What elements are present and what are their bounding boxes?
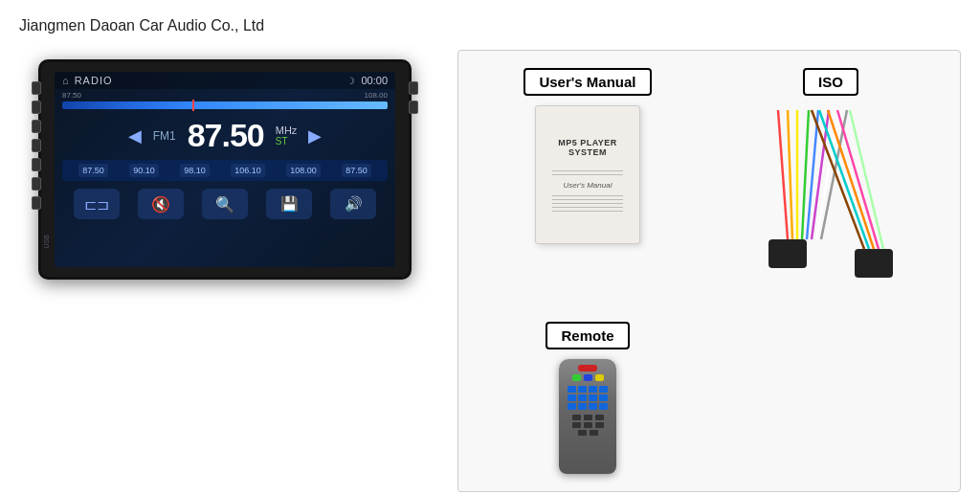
remote-dark-8[interactable] (590, 430, 598, 436)
freq-needle (192, 100, 194, 111)
remote-grid-8[interactable] (599, 394, 608, 401)
freq-bar (62, 101, 388, 109)
side-btn-1[interactable] (32, 81, 41, 95)
remote-grid-5[interactable] (568, 394, 576, 401)
stereo-unit: ⌂ RADIO ☽ 00:00 87.50 108.00 (38, 59, 412, 280)
remote-grid-1[interactable] (568, 386, 576, 393)
screen-top-bar: ⌂ RADIO ☽ 00:00 (55, 72, 395, 89)
fm-label: FM1 (153, 129, 176, 143)
screen-top-left: ⌂ RADIO (62, 75, 113, 86)
manual-line-5 (552, 203, 623, 204)
remote-control (559, 359, 616, 474)
moon-icon: ☽ (346, 76, 355, 86)
remote-dark-5[interactable] (584, 422, 592, 428)
remote-dark-6[interactable] (595, 422, 604, 428)
side-btn-2[interactable] (32, 101, 41, 114)
preset-6[interactable]: 87.50 (342, 164, 371, 177)
preset-5[interactable]: 108.00 (286, 164, 321, 177)
side-btn-4[interactable] (32, 139, 41, 152)
next-station-button[interactable]: ▶ (308, 125, 322, 146)
freq-high: 108.00 (365, 91, 388, 100)
main-content: ⌂ RADIO ☽ 00:00 87.50 108.00 (19, 50, 961, 492)
manual-line-2 (552, 174, 623, 175)
audio-button[interactable]: 🔊 (330, 189, 376, 219)
prev-station-button[interactable]: ◀ (128, 125, 142, 146)
remote-row-3 (578, 430, 598, 436)
preset-1[interactable]: 87.50 (78, 164, 108, 177)
iso-label-box: ISO (803, 68, 858, 96)
remote-label-box: Remote (546, 322, 629, 349)
side-buttons-left (32, 81, 41, 210)
remote-dark-1[interactable] (572, 415, 581, 420)
remote-grid-7[interactable] (589, 394, 597, 401)
remote-row-2 (572, 422, 604, 428)
search-icon: 🔍 (215, 195, 234, 214)
side-btn-7[interactable] (32, 196, 41, 210)
side-btn-5[interactable] (32, 158, 41, 171)
remote-dark-2[interactable] (584, 415, 592, 420)
manual-book-subtitle: User's Manual (564, 181, 612, 190)
preset-4[interactable]: 106.10 (231, 164, 265, 177)
remote-grid-2[interactable] (578, 386, 587, 393)
cast-icon: ⊏⊐ (84, 195, 109, 214)
usb-label: USB (43, 235, 50, 248)
side-btn-r1[interactable] (409, 81, 418, 95)
manual-line-7 (552, 211, 623, 212)
svg-line-0 (778, 110, 788, 239)
home-icon: ⌂ (62, 75, 69, 86)
preset-bar: 87.50 90.10 98.10 106.10 108.00 87.50 (62, 160, 388, 181)
remote-btn-blue[interactable] (584, 374, 592, 381)
mhz-label: MHz (276, 124, 298, 136)
remote-power-button[interactable] (578, 365, 597, 371)
connector-block-1 (768, 239, 807, 268)
side-btn-3[interactable] (32, 120, 41, 133)
manual-section: User's Manual MP5 PLAYER SYSTEM User's M… (474, 68, 702, 297)
remote-dark-7[interactable] (578, 430, 587, 436)
empty-quadrant (717, 312, 945, 474)
preset-2[interactable]: 90.10 (129, 164, 159, 177)
manual-book-title: MP5 PLAYER SYSTEM (544, 138, 632, 157)
remote-grid-4[interactable] (599, 386, 608, 393)
side-btn-r2[interactable] (409, 101, 418, 114)
remote-dark-3[interactable] (595, 415, 604, 420)
remote-btn-green[interactable] (572, 374, 581, 381)
radio-label: RADIO (75, 75, 113, 86)
time-display: 00:00 (361, 75, 388, 86)
remote-btn-yellow[interactable] (595, 374, 604, 381)
remote-grid-3[interactable] (589, 386, 597, 393)
manual-line-1 (552, 170, 623, 171)
accessories-grid: User's Manual MP5 PLAYER SYSTEM User's M… (474, 68, 945, 474)
search-button[interactable]: 🔍 (202, 189, 248, 219)
manual-line-6 (552, 207, 623, 208)
fm-frequency: 87.50 (188, 117, 264, 154)
screen-top-right: ☽ 00:00 (346, 75, 388, 86)
svg-line-1 (788, 110, 792, 239)
bottom-icons: ⊏⊐ 🔇 🔍 💾 🔊 (55, 181, 395, 223)
fm-mhz-unit: MHz ST (276, 124, 298, 146)
save-button[interactable]: 💾 (266, 189, 312, 219)
remote-grid-9[interactable] (568, 403, 576, 410)
remote-grid-10[interactable] (578, 403, 587, 410)
remote-grid-12[interactable] (599, 403, 608, 410)
company-name: Jiangmen Daoan Car Audio Co., Ltd (19, 17, 961, 34)
manual-line-3 (552, 195, 623, 196)
freq-bar-container: 87.50 108.00 (55, 89, 395, 111)
remote-grid-11[interactable] (589, 403, 597, 410)
manual-lines-2 (552, 195, 623, 212)
side-btn-6[interactable] (32, 177, 41, 191)
remote-grid-6[interactable] (578, 394, 587, 401)
preset-3[interactable]: 98.10 (180, 164, 210, 177)
manual-line-4 (552, 199, 623, 200)
cast-button[interactable]: ⊏⊐ (74, 189, 120, 219)
remote-mid-row (572, 374, 604, 381)
remote-section: Remote (474, 322, 702, 474)
connector-block-2 (855, 249, 893, 278)
remote-blue-grid (568, 386, 608, 410)
mute-icon: 🔇 (151, 195, 170, 214)
wire-harness-svg (759, 105, 902, 297)
remote-dark-4[interactable] (572, 422, 581, 428)
freq-scale: 87.50 108.00 (62, 91, 388, 100)
remote-row-1 (572, 415, 604, 420)
manual-label-box: User's Manual (523, 68, 651, 96)
mute-button[interactable]: 🔇 (138, 189, 184, 219)
